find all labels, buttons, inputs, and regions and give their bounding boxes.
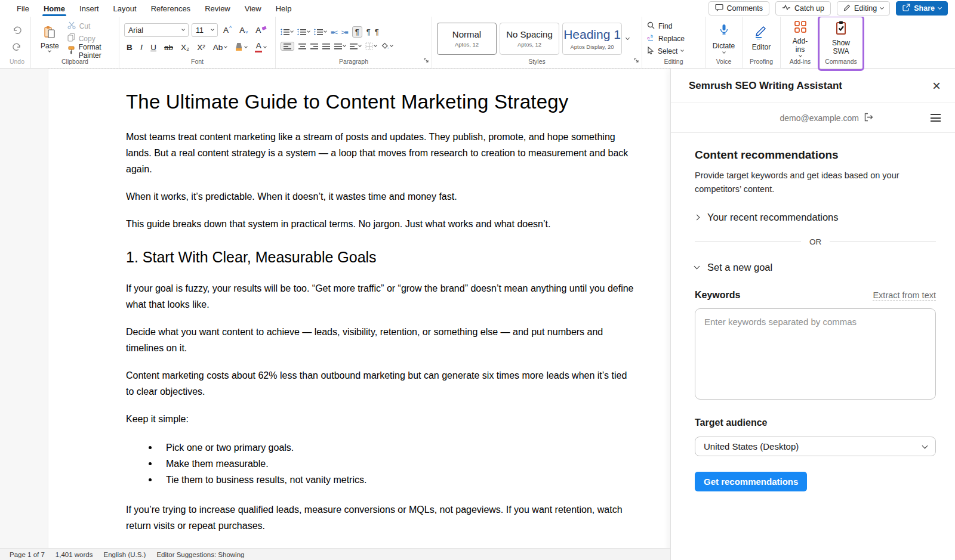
justify-button[interactable] xyxy=(322,43,330,49)
paragraph-spacing-button[interactable] xyxy=(350,43,361,49)
menu-help[interactable]: Help xyxy=(269,0,299,17)
document-paragraph: Decide what you want content to achieve … xyxy=(126,324,636,356)
get-recommendations-button[interactable]: Get recommendations xyxy=(695,472,807,491)
replace-button[interactable]: ab Replace xyxy=(647,33,685,44)
underline-button[interactable]: U xyxy=(148,41,159,54)
select-button[interactable]: Select xyxy=(647,46,685,56)
chevron-down-icon xyxy=(307,29,310,33)
font-size-combobox[interactable]: 11 xyxy=(192,23,218,37)
paste-clipboard-icon xyxy=(44,26,56,41)
keywords-input[interactable] xyxy=(695,308,936,400)
panel-title: Semrush SEO Writing Assistant xyxy=(689,80,842,92)
menu-layout[interactable]: Layout xyxy=(106,0,144,17)
style-normal[interactable]: Normal Aptos, 12 xyxy=(437,23,497,55)
add-ins-grid-icon xyxy=(794,20,807,36)
comments-button[interactable]: Comments xyxy=(708,1,769,16)
increase-indent-button[interactable]: >≡ xyxy=(341,29,348,36)
show-swa-button[interactable]: Show SWA xyxy=(825,21,857,55)
group-label-undo: Undo xyxy=(8,57,26,67)
font-family-combobox[interactable]: Arial xyxy=(124,23,189,37)
borders-icon xyxy=(365,42,373,50)
menu-home[interactable]: Home xyxy=(36,0,72,17)
paste-button[interactable]: Paste xyxy=(36,24,64,53)
document-page[interactable]: The Ultimate Guide to Content Marketing … xyxy=(48,69,670,548)
styles-dialog-launcher[interactable] xyxy=(634,55,639,66)
logout-icon[interactable] xyxy=(864,113,873,123)
app-menu-bar: File Home Insert Layout References Revie… xyxy=(0,0,955,17)
menu-hamburger-icon[interactable] xyxy=(931,114,941,122)
copy-button[interactable]: Copy xyxy=(67,33,114,44)
group-label-commands: Commands xyxy=(825,57,857,67)
language-indicator[interactable]: English (U.S.) xyxy=(103,551,146,558)
section-title: Content recommendations xyxy=(695,148,936,162)
style-heading-1[interactable]: Heading 1 Aptos Display, 20 xyxy=(562,23,622,55)
italic-button[interactable]: I xyxy=(138,41,146,54)
undo-icon[interactable] xyxy=(11,24,24,37)
share-button[interactable]: Share xyxy=(896,1,948,16)
styles-gallery-more-button[interactable] xyxy=(625,20,630,57)
show-formatting-button[interactable]: ¶ xyxy=(375,27,379,36)
align-left-button[interactable] xyxy=(281,42,294,51)
document-paragraph: If your goal is fuzzy, your results will… xyxy=(126,280,636,313)
shrink-font-button[interactable]: A xyxy=(237,24,250,37)
ltr-paragraph-button[interactable]: ¶ xyxy=(352,26,362,38)
document-paragraph: Keep it simple: xyxy=(126,411,636,427)
set-new-goal-expander[interactable]: Set a new goal xyxy=(695,262,936,273)
font-color-button[interactable]: A xyxy=(252,41,269,54)
paragraph-dialog-launcher[interactable] xyxy=(424,55,429,66)
text-highlight-button[interactable] xyxy=(232,41,249,54)
format-painter-button[interactable]: Format Painter xyxy=(67,46,114,56)
line-spacing-button[interactable] xyxy=(334,43,346,49)
account-email: demo@example.com xyxy=(780,113,874,123)
chevron-right-icon xyxy=(694,215,700,221)
dictate-button[interactable]: Dictate xyxy=(709,24,738,53)
page-indicator[interactable]: Page 1 of 7 xyxy=(10,551,45,558)
list-item: Tie them to business results, not vanity… xyxy=(166,472,636,488)
chevron-down-icon xyxy=(290,29,294,33)
extract-from-text-link[interactable]: Extract from text xyxy=(873,290,936,301)
find-button[interactable]: Find xyxy=(647,21,685,31)
editing-mode-button[interactable]: Editing xyxy=(837,1,890,16)
redo-icon[interactable] xyxy=(11,41,24,54)
target-audience-select[interactable]: United States (Desktop) xyxy=(695,437,936,456)
strikethrough-button[interactable]: ab xyxy=(162,41,175,54)
bold-button[interactable]: B xyxy=(124,41,135,54)
shading-button[interactable] xyxy=(381,42,393,50)
menu-insert[interactable]: Insert xyxy=(72,0,106,17)
menu-review[interactable]: Review xyxy=(198,0,238,17)
ribbon-group-clipboard: Paste Cut Copy Format Painter Clipboard xyxy=(31,17,119,68)
rtl-paragraph-button[interactable]: ¶ xyxy=(366,27,371,36)
copy-icon xyxy=(67,33,75,44)
multilevel-list-button[interactable] xyxy=(314,29,326,35)
word-count[interactable]: 1,401 words xyxy=(56,551,93,558)
chevron-down-icon xyxy=(922,443,928,449)
catch-up-button[interactable]: Catch up xyxy=(775,1,831,16)
svg-text:a: a xyxy=(647,35,650,41)
align-right-button[interactable] xyxy=(310,43,318,49)
numbered-list-button[interactable] xyxy=(297,29,310,35)
cut-scissors-icon xyxy=(67,21,76,31)
borders-button[interactable] xyxy=(365,42,377,50)
cut-button[interactable]: Cut xyxy=(67,21,114,31)
ribbon-group-undo: Undo xyxy=(4,17,31,68)
add-ins-button[interactable]: Add-ins xyxy=(785,20,815,56)
bullet-list-button[interactable] xyxy=(281,29,293,35)
menu-file[interactable]: File xyxy=(10,0,36,17)
align-center-button[interactable] xyxy=(298,43,306,49)
menu-view[interactable]: View xyxy=(238,0,269,17)
change-case-button[interactable]: Ab xyxy=(211,41,230,54)
superscript-button[interactable]: X² xyxy=(195,41,208,54)
chevron-down-icon xyxy=(880,5,884,10)
ribbon-group-voice: Dictate Voice xyxy=(706,17,743,68)
clear-formatting-button[interactable]: A xyxy=(253,24,269,37)
recent-recommendations-expander[interactable]: Your recent recommendations xyxy=(695,212,936,223)
subscript-button[interactable]: X₂ xyxy=(178,41,192,54)
style-no-spacing[interactable]: No Spacing Aptos, 12 xyxy=(500,23,559,55)
account-row: demo@example.com xyxy=(671,103,955,133)
decrease-indent-button[interactable]: ≡< xyxy=(331,29,337,36)
grow-font-button[interactable]: A xyxy=(221,24,234,37)
close-icon[interactable]: × xyxy=(932,79,941,93)
menu-references[interactable]: References xyxy=(144,0,198,17)
editor-suggestions-status[interactable]: Editor Suggestions: Showing xyxy=(156,551,244,558)
editor-button[interactable]: Editor xyxy=(748,25,774,52)
